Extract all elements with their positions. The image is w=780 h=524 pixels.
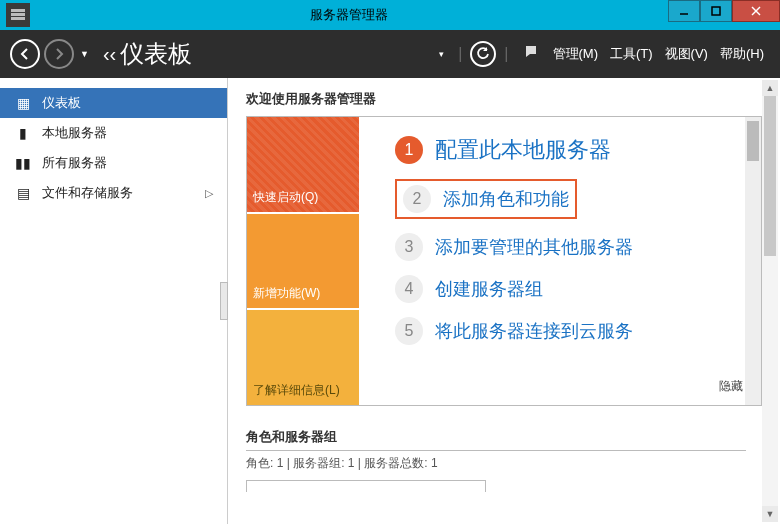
- app-icon: [6, 3, 30, 27]
- expand-icon: ▷: [205, 187, 213, 200]
- scroll-thumb[interactable]: [764, 96, 776, 256]
- svg-rect-0: [11, 9, 25, 12]
- minimize-button[interactable]: [668, 0, 700, 22]
- welcome-heading: 欢迎使用服务器管理器: [246, 90, 762, 108]
- step-number-badge: 3: [395, 233, 423, 261]
- svg-rect-2: [11, 17, 25, 20]
- panel-scrollbar[interactable]: [745, 117, 761, 405]
- step-label: 添加要管理的其他服务器: [435, 235, 633, 259]
- step-label: 配置此本地服务器: [435, 135, 611, 165]
- menu-tools[interactable]: 工具(T): [610, 45, 653, 63]
- hide-link[interactable]: 隐藏: [719, 378, 743, 395]
- separator: |: [458, 45, 462, 63]
- sidebar-item-file-storage[interactable]: ▤ 文件和存储服务 ▷: [0, 178, 227, 208]
- tile-whatsnew[interactable]: 新增功能(W): [247, 212, 359, 309]
- sidebar-item-label: 本地服务器: [42, 124, 107, 142]
- sidebar-item-label: 仪表板: [42, 94, 81, 112]
- menu-view[interactable]: 视图(V): [665, 45, 708, 63]
- svg-rect-1: [11, 13, 25, 16]
- tile-column: 快速启动(Q) 新增功能(W) 了解详细信息(L): [247, 117, 359, 405]
- tile-quickstart[interactable]: 快速启动(Q): [247, 117, 359, 212]
- divider: [246, 450, 746, 451]
- nav-back-button[interactable]: [10, 39, 40, 69]
- servers-icon: ▮▮: [14, 155, 32, 171]
- breadcrumb: ‹‹ 仪表板: [103, 38, 192, 70]
- scroll-down-icon[interactable]: ▼: [762, 506, 778, 522]
- steps-area: 1 配置此本地服务器 2 添加角色和功能 3 添加要管理的其他服务器 4 创建服…: [359, 117, 761, 405]
- group-tile-partial: [246, 480, 486, 492]
- notifications-button[interactable]: [523, 45, 541, 63]
- step-3[interactable]: 3 添加要管理的其他服务器: [395, 233, 737, 261]
- step-number-badge: 5: [395, 317, 423, 345]
- groups-subtitle: 角色: 1 | 服务器组: 1 | 服务器总数: 1: [246, 455, 762, 472]
- sidebar-item-all-servers[interactable]: ▮▮ 所有服务器: [0, 148, 227, 178]
- step-4[interactable]: 4 创建服务器组: [395, 275, 737, 303]
- step-5[interactable]: 5 将此服务器连接到云服务: [395, 317, 737, 345]
- step-number-badge: 2: [403, 185, 431, 213]
- sidebar-item-label: 所有服务器: [42, 154, 107, 172]
- tile-label: 新增功能(W): [253, 285, 320, 302]
- content-area: 欢迎使用服务器管理器 快速启动(Q) 新增功能(W) 了解详细信息(L) 1 配…: [228, 78, 780, 524]
- refresh-button[interactable]: [470, 41, 496, 67]
- storage-icon: ▤: [14, 185, 32, 201]
- dashboard-icon: ▦: [14, 95, 32, 111]
- nav-history-dropdown[interactable]: ▼: [80, 49, 89, 59]
- breadcrumb-label: 仪表板: [120, 38, 192, 70]
- title-bar: 服务器管理器: [0, 0, 780, 30]
- maximize-button[interactable]: [700, 0, 732, 22]
- sidebar: ▦ 仪表板 ▮ 本地服务器 ▮▮ 所有服务器 ▤ 文件和存储服务 ▷: [0, 78, 228, 524]
- toolbar-dropdown[interactable]: ▾: [439, 49, 444, 59]
- groups-title: 角色和服务器组: [246, 428, 762, 446]
- step-1[interactable]: 1 配置此本地服务器: [395, 135, 737, 165]
- sidebar-resize-grip[interactable]: [220, 282, 228, 320]
- close-button[interactable]: [732, 0, 780, 22]
- step-number-badge: 1: [395, 136, 423, 164]
- roles-groups-section: 角色和服务器组 角色: 1 | 服务器组: 1 | 服务器总数: 1: [246, 428, 762, 492]
- step-label: 创建服务器组: [435, 277, 543, 301]
- toolbar: ▼ ‹‹ 仪表板 ▾ | | 管理(M) 工具(T) 视图(V) 帮助(H): [0, 30, 780, 78]
- step-label: 添加角色和功能: [443, 187, 569, 211]
- scroll-up-icon[interactable]: ▲: [762, 80, 778, 96]
- menu-manage[interactable]: 管理(M): [553, 45, 599, 63]
- window-controls: [668, 0, 780, 30]
- tile-label: 了解详细信息(L): [253, 382, 340, 399]
- welcome-panel: 快速启动(Q) 新增功能(W) 了解详细信息(L) 1 配置此本地服务器 2 添…: [246, 116, 762, 406]
- sidebar-item-local-server[interactable]: ▮ 本地服务器: [0, 118, 227, 148]
- step-2-highlighted[interactable]: 2 添加角色和功能: [395, 179, 737, 219]
- tile-learnmore[interactable]: 了解详细信息(L): [247, 308, 359, 405]
- step-label: 将此服务器连接到云服务: [435, 319, 633, 343]
- sidebar-item-label: 文件和存储服务: [42, 184, 133, 202]
- nav-forward-button[interactable]: [44, 39, 74, 69]
- sidebar-item-dashboard[interactable]: ▦ 仪表板: [0, 88, 227, 118]
- menu-help[interactable]: 帮助(H): [720, 45, 764, 63]
- tile-label: 快速启动(Q): [253, 189, 318, 206]
- server-icon: ▮: [14, 125, 32, 141]
- svg-rect-4: [712, 7, 720, 15]
- step-number-badge: 4: [395, 275, 423, 303]
- separator: |: [504, 45, 508, 63]
- breadcrumb-chevron-icon: ‹‹: [103, 43, 116, 66]
- content-scrollbar[interactable]: ▲ ▼: [762, 80, 778, 522]
- window-title: 服务器管理器: [30, 6, 668, 24]
